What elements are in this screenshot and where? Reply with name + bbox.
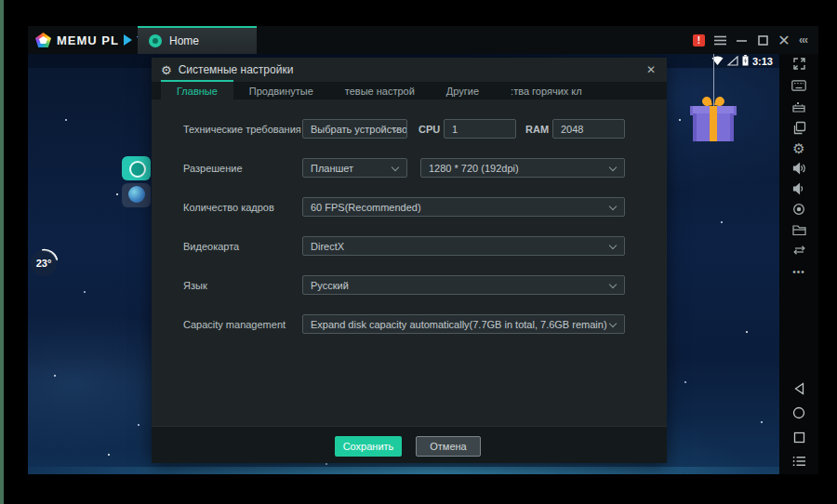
tab-hotkeys[interactable]: :тва горячих кл: [495, 82, 598, 99]
language-select[interactable]: Русский: [302, 275, 625, 295]
fps-label: Количество кадров: [183, 197, 274, 217]
maximize-button[interactable]: [756, 33, 769, 46]
more-options-icon[interactable]: •••: [790, 263, 807, 280]
keyboard-icon[interactable]: [790, 77, 807, 94]
clock-time: 3:13: [752, 56, 773, 67]
cpu-label: CPU: [418, 119, 440, 139]
dialog-close-icon[interactable]: ✕: [644, 62, 658, 77]
device-select[interactable]: Выбрать устройство: [302, 119, 407, 139]
nav-recents-icon[interactable]: [790, 429, 807, 445]
gift-box[interactable]: [690, 54, 737, 154]
row-fps: Количество кадров 60 FPS(Recommended): [152, 197, 667, 217]
settings-gear-icon: ⚙: [161, 64, 172, 76]
tab-network[interactable]: тевые настрой: [329, 82, 431, 99]
resolution-type-select[interactable]: Планшет: [302, 158, 407, 178]
cancel-button[interactable]: Отмена: [416, 436, 481, 457]
device-label: Технические требования: [183, 119, 301, 139]
emulator-screen: 3:13 23° ⚙ Системные настройки ✕ Г: [28, 54, 779, 474]
gift-ribbon: [710, 106, 717, 141]
chevron-down-icon: [609, 281, 617, 288]
tab-other[interactable]: Другие: [431, 82, 495, 99]
fullscreen-icon[interactable]: [790, 55, 807, 72]
save-button[interactable]: Сохранить: [335, 436, 402, 457]
collapse-sidebar-button[interactable]: ‹‹‹: [799, 33, 807, 46]
chevron-down-icon: [609, 164, 617, 171]
screen-root: MEMU PL Y Home ! ✕ ‹‹‹: [0, 0, 837, 504]
gpu-value: DirectX: [311, 241, 344, 252]
ram-label: RAM: [525, 119, 549, 139]
row-gpu: Видеокарта DirectX: [152, 236, 667, 256]
resolution-size-value: 1280 * 720 (192dpi): [429, 163, 519, 174]
app-icon-game[interactable]: [122, 156, 151, 180]
left-edge-strip: [0, 0, 4, 504]
logo-text-left: MEMU PL: [57, 33, 119, 47]
multi-instance-icon[interactable]: [790, 119, 807, 136]
nav-menu-icon[interactable]: [790, 453, 807, 470]
row-resolution: Разрешение Планшет 1280 * 720 (192dpi): [152, 158, 667, 178]
location-icon[interactable]: [790, 201, 807, 218]
chevron-down-icon: [392, 164, 399, 171]
menu-icon[interactable]: [713, 33, 726, 46]
dialog-header: ⚙ Системные настройки ✕: [152, 58, 667, 82]
system-settings-dialog: ⚙ Системные настройки ✕ Главные Продвину…: [152, 58, 667, 463]
tab-advanced[interactable]: Продвинутые: [233, 82, 329, 99]
chevron-down-icon: [609, 242, 617, 249]
gpu-label: Видеокарта: [183, 236, 239, 256]
row-capacity: Capacity management Expand disk capacity…: [152, 314, 667, 334]
nav-back-icon[interactable]: [790, 380, 807, 397]
settings-icon[interactable]: ⚙: [790, 139, 807, 156]
language-label: Язык: [183, 275, 207, 295]
resolution-size-select[interactable]: 1280 * 720 (192dpi): [420, 158, 625, 178]
wallpaper-horizon-glow: [28, 467, 779, 474]
dialog-footer: Сохранить Отмена: [152, 426, 667, 463]
gift-bow: [702, 97, 724, 106]
rotate-screen-icon[interactable]: [790, 242, 807, 259]
home-tab-icon: [149, 34, 162, 47]
home-tab-label: Home: [169, 34, 199, 47]
resolution-type-value: Планшет: [311, 163, 353, 174]
row-device: Технические требования Выбрать устройств…: [152, 119, 667, 139]
resolution-label: Разрешение: [183, 158, 243, 178]
close-button[interactable]: ✕: [777, 33, 790, 46]
app-icon-browser[interactable]: [122, 183, 151, 207]
volume-down-icon[interactable]: [790, 180, 807, 197]
cpu-input[interactable]: [444, 119, 516, 139]
notification-badge[interactable]: !: [693, 34, 705, 46]
row-language: Язык Русский: [152, 275, 667, 295]
dialog-tabbar: Главные Продвинутые тевые настрой Другие…: [152, 82, 667, 99]
language-value: Русский: [311, 280, 349, 291]
battery-icon: [742, 54, 749, 70]
tab-home[interactable]: Home: [138, 26, 257, 54]
memu-pentagon-icon: [35, 33, 51, 47]
logo-play-icon: [124, 34, 132, 46]
memu-logo: MEMU PL Y: [35, 26, 146, 54]
capacity-value: Expand disk capacity automatically(7.7GB…: [311, 319, 607, 330]
titlebar: MEMU PL Y Home ! ✕ ‹‹‹: [28, 26, 818, 54]
shared-folder-icon[interactable]: [790, 221, 807, 238]
dialog-title: Системные настройки: [179, 63, 294, 76]
capacity-label: Capacity management: [183, 314, 286, 334]
chevron-down-icon: [609, 320, 617, 327]
fps-select[interactable]: 60 FPS(Recommended): [302, 197, 625, 217]
tab-main[interactable]: Главные: [161, 80, 233, 99]
volume-up-icon[interactable]: [790, 160, 807, 177]
fps-value: 60 FPS(Recommended): [311, 202, 421, 213]
temperature-widget[interactable]: 23°: [30, 247, 60, 277]
gpu-select[interactable]: DirectX: [302, 236, 625, 256]
capacity-select[interactable]: Expand disk capacity automatically(7.7GB…: [302, 314, 625, 334]
ram-input[interactable]: [552, 119, 625, 139]
temperature-value: 23°: [31, 250, 57, 276]
nav-home-icon[interactable]: [790, 405, 807, 421]
dialog-body: Технические требования Выбрать устройств…: [152, 99, 667, 426]
window-controls: ! ✕ ‹‹‹: [693, 26, 807, 54]
minimize-button[interactable]: [735, 33, 748, 46]
install-apk-icon[interactable]: [790, 99, 807, 115]
chevron-down-icon: [609, 203, 617, 210]
right-toolbar: ⚙: [779, 54, 818, 474]
